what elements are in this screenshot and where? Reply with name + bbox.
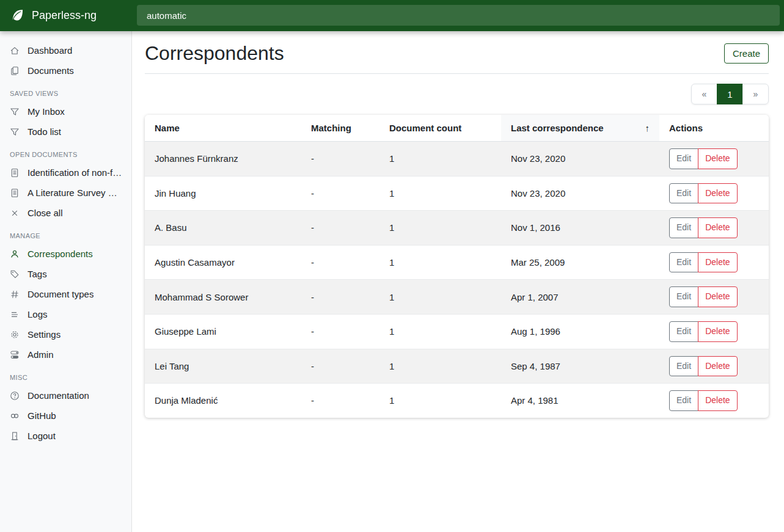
table-row: Jin Huang - 1 Nov 23, 2020 Edit Delete bbox=[145, 176, 769, 211]
pagination-row: « 1 » bbox=[145, 84, 769, 104]
edit-button[interactable]: Edit bbox=[669, 148, 698, 169]
sidebar-item-logout[interactable]: Logout bbox=[0, 426, 132, 446]
edit-button[interactable]: Edit bbox=[669, 321, 698, 342]
app-brand-label: Paperless-ng bbox=[32, 9, 97, 22]
correspondent-name[interactable]: Giuseppe Lami bbox=[145, 314, 301, 349]
delete-button[interactable]: Delete bbox=[698, 183, 737, 204]
correspondent-name[interactable]: Johannes Fürnkranz bbox=[145, 142, 301, 177]
pagination-page-1-button[interactable]: 1 bbox=[717, 84, 743, 104]
row-actions: Edit Delete bbox=[669, 183, 738, 204]
sidebar-item-tags[interactable]: Tags bbox=[0, 264, 132, 284]
sidebar-item-label: Logs bbox=[27, 309, 48, 319]
delete-button[interactable]: Delete bbox=[698, 217, 737, 238]
create-button[interactable]: Create bbox=[724, 43, 769, 64]
correspondents-table: Name Matching Document count ↑ Last corr… bbox=[145, 115, 769, 418]
actions-cell: Edit Delete bbox=[659, 349, 769, 384]
global-search-input[interactable] bbox=[137, 5, 780, 26]
page-header: Correspondents Create bbox=[145, 42, 769, 65]
sidebar-item-identification-of-non-fu[interactable]: Identification of non-fu... bbox=[0, 162, 132, 183]
sidebar-item-label: Dashboard bbox=[27, 45, 72, 56]
last-correspondence-date: Nov 1, 2016 bbox=[501, 211, 659, 246]
actions-cell: Edit Delete bbox=[659, 384, 769, 418]
edit-button[interactable]: Edit bbox=[669, 390, 698, 411]
sidebar-item-label: Admin bbox=[27, 349, 54, 360]
edit-button[interactable]: Edit bbox=[669, 217, 698, 238]
file-text-icon bbox=[10, 168, 20, 178]
sidebar-item-label: Logout bbox=[27, 431, 56, 441]
correspondent-name[interactable]: Dunja Mladenić bbox=[145, 384, 301, 418]
sidebar-item-label: Identification of non-fu... bbox=[27, 167, 122, 178]
person-icon bbox=[10, 249, 20, 259]
row-actions: Edit Delete bbox=[669, 217, 738, 238]
edit-button[interactable]: Edit bbox=[669, 286, 698, 307]
edit-button[interactable]: Edit bbox=[669, 356, 698, 377]
correspondent-name[interactable]: A. Basu bbox=[145, 211, 301, 246]
sidebar-item-admin[interactable]: Admin bbox=[0, 344, 132, 365]
document-count[interactable]: 1 bbox=[379, 176, 501, 211]
toggles-icon bbox=[10, 350, 20, 360]
column-header-last-correspondence[interactable]: ↑ Last correspondence bbox=[501, 115, 659, 142]
document-count[interactable]: 1 bbox=[379, 142, 501, 177]
sidebar-item-my-inbox[interactable]: My Inbox bbox=[0, 101, 132, 122]
delete-button[interactable]: Delete bbox=[698, 356, 737, 377]
list-icon bbox=[10, 310, 20, 319]
matching-value: - bbox=[301, 176, 379, 211]
document-count[interactable]: 1 bbox=[379, 384, 501, 418]
sidebar-item-document-types[interactable]: Document types bbox=[0, 284, 132, 304]
correspondent-name[interactable]: Agustin Casamayor bbox=[145, 245, 301, 280]
edit-button[interactable]: Edit bbox=[669, 252, 698, 273]
last-correspondence-date: Nov 23, 2020 bbox=[501, 176, 659, 211]
pagination-prev-button[interactable]: « bbox=[691, 84, 717, 104]
last-correspondence-date: Sep 4, 1987 bbox=[501, 349, 659, 384]
row-actions: Edit Delete bbox=[669, 252, 738, 273]
document-count[interactable]: 1 bbox=[379, 211, 501, 246]
sidebar-item-documentation[interactable]: Documentation bbox=[0, 385, 132, 406]
sidebar-item-todo-list[interactable]: Todo list bbox=[0, 122, 132, 142]
app-brand[interactable]: Paperless-ng bbox=[0, 0, 132, 31]
column-header-name[interactable]: Name bbox=[145, 115, 301, 142]
sidebar-item-close-all[interactable]: Close all bbox=[0, 203, 132, 223]
close-icon bbox=[10, 208, 20, 218]
table-row: Johannes Fürnkranz - 1 Nov 23, 2020 Edit… bbox=[145, 142, 769, 177]
matching-value: - bbox=[301, 211, 379, 246]
last-correspondence-date: Mar 25, 2009 bbox=[501, 245, 659, 280]
sidebar-item-label: Todo list bbox=[27, 126, 61, 137]
funnel-icon bbox=[10, 127, 20, 137]
matching-value: - bbox=[301, 314, 379, 349]
correspondent-name[interactable]: Lei Tang bbox=[145, 349, 301, 384]
sidebar-item-github[interactable]: GitHub bbox=[0, 406, 132, 426]
pagination-next-button[interactable]: » bbox=[742, 84, 769, 104]
actions-cell: Edit Delete bbox=[659, 314, 769, 349]
edit-button[interactable]: Edit bbox=[669, 183, 698, 204]
delete-button[interactable]: Delete bbox=[698, 286, 737, 307]
document-count[interactable]: 1 bbox=[379, 280, 501, 315]
delete-button[interactable]: Delete bbox=[698, 321, 737, 342]
sidebar-item-documents[interactable]: Documents bbox=[0, 60, 132, 81]
correspondent-name[interactable]: Jin Huang bbox=[145, 176, 301, 211]
document-count[interactable]: 1 bbox=[379, 245, 501, 280]
document-count[interactable]: 1 bbox=[379, 314, 501, 349]
delete-button[interactable]: Delete bbox=[698, 148, 737, 169]
column-header-document-count[interactable]: Document count bbox=[379, 115, 501, 142]
delete-button[interactable]: Delete bbox=[698, 252, 737, 273]
correspondent-name[interactable]: Mohammad S Sorower bbox=[145, 280, 301, 315]
top-navbar: Paperless-ng bbox=[0, 0, 784, 31]
table-row: Mohammad S Sorower - 1 Apr 1, 2007 Edit … bbox=[145, 280, 769, 315]
column-header-actions: Actions bbox=[659, 115, 769, 142]
sidebar-item-correspondents[interactable]: Correspondents bbox=[0, 244, 132, 264]
document-count[interactable]: 1 bbox=[379, 349, 501, 384]
column-header-matching[interactable]: Matching bbox=[301, 115, 379, 142]
sidebar-item-dashboard[interactable]: Dashboard bbox=[0, 40, 132, 60]
sidebar-item-settings[interactable]: Settings bbox=[0, 324, 132, 344]
matching-value: - bbox=[301, 142, 379, 177]
row-actions: Edit Delete bbox=[669, 286, 738, 307]
delete-button[interactable]: Delete bbox=[698, 390, 737, 411]
paperless-logo-icon bbox=[9, 7, 25, 24]
link-icon bbox=[10, 411, 20, 421]
table-row: Dunja Mladenić - 1 Apr 4, 1981 Edit Dele… bbox=[145, 384, 769, 418]
sidebar-heading-manage: MANAGE bbox=[0, 223, 132, 244]
sidebar-item-a-literature-survey-on[interactable]: A Literature Survey on ... bbox=[0, 183, 132, 203]
sidebar-item-logs[interactable]: Logs bbox=[0, 304, 132, 324]
last-correspondence-date: Aug 1, 1996 bbox=[501, 314, 659, 349]
table-header-row: Name Matching Document count ↑ Last corr… bbox=[145, 115, 769, 142]
